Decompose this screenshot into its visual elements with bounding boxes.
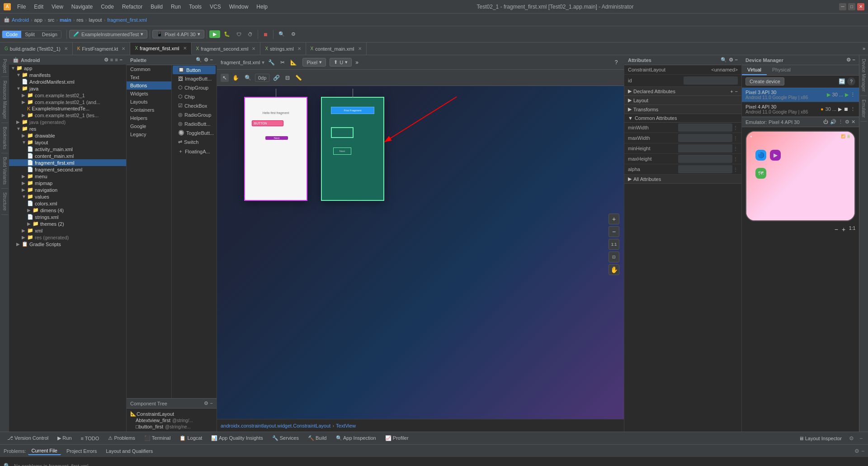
- tree-content-main[interactable]: 📄 content_main.xml: [9, 152, 126, 159]
- palette-cat-text[interactable]: Text: [127, 73, 171, 81]
- sidebar-icon-close[interactable]: −: [120, 57, 123, 63]
- settings-button[interactable]: ⚙: [288, 29, 298, 40]
- maximize-button[interactable]: □: [848, 3, 855, 10]
- tab-split[interactable]: Split: [21, 31, 38, 38]
- palette-cat-google[interactable]: Google: [127, 122, 171, 130]
- device-row-pixel4[interactable]: Pixel 4 API 30 Android 11.0 Google Play …: [742, 102, 859, 117]
- tree-com-example-main[interactable]: ▶ 📁 com.example.test02_1: [9, 92, 126, 99]
- declared-attributes-section[interactable]: ▶ Declared Attributes + −: [624, 87, 741, 96]
- menu-help[interactable]: Help: [253, 3, 271, 11]
- declared-add-icon[interactable]: +: [730, 89, 733, 94]
- palette-cat-buttons[interactable]: Buttons: [127, 81, 171, 90]
- tree-mipmap[interactable]: ▶ 📁 mipmap: [9, 180, 126, 186]
- menu-vcs[interactable]: VCS: [206, 3, 225, 11]
- palette-item-imagebutton[interactable]: 🖼 ImageButt...: [173, 75, 216, 83]
- search-problems-icon[interactable]: 🔍: [4, 463, 10, 466]
- palette-item-radiobutton[interactable]: ◎ RadioButt...: [173, 119, 216, 128]
- attr-minwidth-input[interactable]: [678, 124, 732, 132]
- layout-qualifiers-tab[interactable]: Layout and Qualifiers: [102, 447, 156, 455]
- device-pixel3-more-icon[interactable]: ⋮: [850, 92, 855, 98]
- sidebar-icon-gear[interactable]: ⚙: [104, 57, 108, 63]
- tree-java[interactable]: ▼ 📁 java: [9, 85, 126, 92]
- tree-example-instrumented[interactable]: K ExampleInstrumentedTe...: [9, 105, 126, 112]
- button-widget-1[interactable]: BUTTON: [252, 120, 283, 126]
- todo-tab[interactable]: ≡ TODO: [77, 435, 103, 442]
- more-tabs[interactable]: »: [860, 43, 868, 54]
- padding-input[interactable]: 0dp: [255, 74, 269, 82]
- debug-button[interactable]: 🐛: [221, 29, 233, 40]
- attrs-close-icon[interactable]: −: [735, 57, 738, 63]
- menu-edit[interactable]: Edit: [30, 3, 47, 11]
- logcat-tab[interactable]: 📋 Logcat: [176, 434, 206, 442]
- tree-com-example-2[interactable]: ▶ 📁 com.example.test02_1 (and...: [9, 99, 126, 105]
- problems-panel-settings[interactable]: ⚙: [854, 448, 859, 454]
- bookmarks-tab[interactable]: Bookmarks: [1, 123, 8, 153]
- services-tab[interactable]: 🔧 Services: [269, 434, 302, 442]
- attr-maxheight-input[interactable]: [678, 155, 732, 163]
- tree-values[interactable]: ▼ 📁 values: [9, 193, 126, 200]
- design-hand-tool[interactable]: ✋: [231, 74, 241, 82]
- tab-design[interactable]: Design: [38, 31, 61, 38]
- close-button[interactable]: ✕: [857, 3, 864, 10]
- attrs-settings-icon[interactable]: ⚙: [729, 57, 733, 63]
- palette-close-icon[interactable]: −: [210, 57, 213, 63]
- attr-alpha-input[interactable]: [678, 165, 732, 173]
- declared-remove-icon[interactable]: −: [735, 89, 738, 94]
- emulator-volume-btn[interactable]: [854, 150, 855, 159]
- stop-button[interactable]: ⏹: [260, 29, 271, 40]
- bottom-settings-icon[interactable]: ⚙: [847, 435, 856, 442]
- zoom-in-button[interactable]: +: [609, 214, 619, 224]
- palette-cat-widgets[interactable]: Widgets: [127, 90, 171, 98]
- device-mgr-help-icon[interactable]: ?: [847, 77, 855, 86]
- menu-tools[interactable]: Tools: [185, 3, 205, 11]
- filetab-content-main[interactable]: X content_main.xml ✕: [306, 43, 367, 55]
- menu-file[interactable]: File: [14, 3, 29, 11]
- palette-settings-icon[interactable]: ⚙: [204, 57, 208, 63]
- filetab-build-gradle[interactable]: G build.gradle (Test02_1) ✕: [0, 43, 73, 55]
- attr-minwidth-unit-icon[interactable]: ⋮: [733, 125, 738, 130]
- current-file-tab[interactable]: Current File: [28, 447, 61, 455]
- filetab-fragment-second[interactable]: X fragment_second.xml ✕: [192, 43, 261, 55]
- run-config-selector[interactable]: 🧪 ExampleInstrumentedTest ▾: [69, 30, 147, 38]
- design-pointer-tool[interactable]: ↖: [221, 74, 229, 82]
- menu-code[interactable]: Code: [97, 3, 118, 11]
- physical-tab[interactable]: Physical: [767, 65, 796, 75]
- attr-maxheight-unit-icon[interactable]: ⋮: [733, 157, 738, 162]
- comp-tree-settings-icon[interactable]: ⚙: [204, 400, 208, 406]
- comp-tree-constraintlayout[interactable]: 📐 ConstraintLayout: [127, 410, 217, 417]
- zoom-aspect-button[interactable]: ⊡: [609, 252, 619, 262]
- tree-menu[interactable]: ▶ 📁 menu: [9, 173, 126, 180]
- tab-code[interactable]: Code: [2, 31, 21, 38]
- resource-manager-tab[interactable]: Resource Manager: [1, 77, 8, 123]
- menu-view[interactable]: View: [48, 3, 67, 11]
- transforms-section[interactable]: ▶ Transforms: [624, 105, 741, 114]
- tree-res[interactable]: ▼ 📁 res: [9, 125, 126, 132]
- terminal-tab[interactable]: ⬛ Terminal: [141, 434, 174, 442]
- attr-minheight-input[interactable]: [678, 144, 732, 152]
- tree-manifests[interactable]: ▼ 📁 manifests: [9, 71, 126, 78]
- emulator-close-icon[interactable]: ✕: [851, 119, 855, 125]
- palette-item-button[interactable]: 🔲 Button: [173, 66, 216, 74]
- tree-navigation[interactable]: ▶ 📁 navigation: [9, 186, 126, 193]
- palette-cat-common[interactable]: Common: [127, 65, 171, 73]
- zoom-fit-button[interactable]: 1:1: [609, 239, 619, 250]
- comp-tree-textview[interactable]: Ab textview_first @string/...: [127, 417, 217, 423]
- palette-cat-legacy[interactable]: Legacy: [127, 130, 171, 138]
- tree-dimens[interactable]: ▶ 📁 dimens (4): [9, 207, 126, 214]
- sidebar-icon-collapse[interactable]: ≡: [110, 57, 113, 63]
- design-zoom-tool[interactable]: 🔍: [243, 74, 253, 82]
- id-value[interactable]: [684, 76, 738, 85]
- tree-androidmanifest[interactable]: 📄 AndroidManifest.xml: [9, 78, 126, 85]
- device-pixel4-more-icon[interactable]: ⋮: [850, 106, 855, 112]
- attr-maxwidth-input[interactable]: [678, 134, 732, 142]
- breadcrumb-android[interactable]: Android: [12, 17, 29, 23]
- breadcrumb-src[interactable]: src: [48, 17, 55, 23]
- design-api-selector[interactable]: ⬆U▾: [330, 58, 352, 67]
- emulator-settings-icon[interactable]: ⚙: [845, 119, 849, 125]
- breadcrumb-res[interactable]: res: [76, 17, 83, 23]
- phone-frame-2[interactable]: First Fragment Next: [321, 97, 384, 201]
- design-tool-btn-1[interactable]: 🔧: [266, 59, 277, 66]
- chip-widget[interactable]: Next: [333, 147, 351, 155]
- palette-item-checkbox[interactable]: ☑ CheckBox: [173, 101, 216, 110]
- emulator-volume-icon[interactable]: 🔊: [830, 119, 836, 125]
